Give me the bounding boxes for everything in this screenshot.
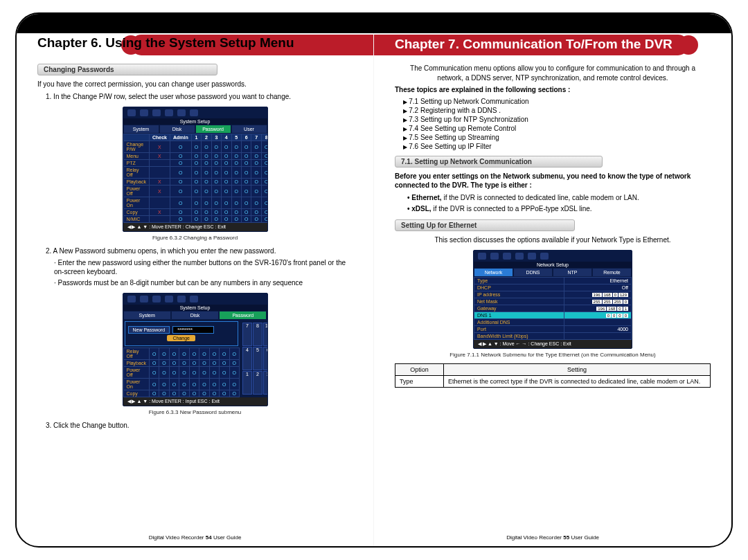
topic-item: 7.4 See Setting up Remote Control xyxy=(403,125,711,132)
dvr-tab-ntp: NTP xyxy=(553,268,592,277)
dvr-footer-hint: ◀ ▶ ▲ ▼ : Move ENTER : Input ESC : Exit xyxy=(123,397,267,406)
page-left: Chapter 6. Using the System Setup Menu C… xyxy=(17,14,374,546)
section-7-1-intro: Before you enter settings on the Network… xyxy=(395,172,711,190)
page-footer-right: Digital Video Recorder 55 User Guide xyxy=(374,534,731,541)
dvr-footer-hint: ◀ ▶ ▲ ▼ : Move ENTER : Change ESC : Exit xyxy=(123,223,267,231)
section-heading-ethernet: Setting Up for Ethernet xyxy=(395,219,575,231)
dvr-permission-table: CheckAdmin 123 456 78910 Change P/WXOOOO… xyxy=(123,134,268,223)
figure-6-3-3: System Setup System Disk Password New Pa… xyxy=(37,293,353,408)
setting-cell: Ethernet is the correct type if the DVR … xyxy=(444,376,711,388)
section-heading-changing-passwords: Changing Passwords xyxy=(37,64,217,75)
dvr-tab-disk: Disk xyxy=(171,311,219,320)
dvr-tab-network: Network xyxy=(474,268,513,277)
chapter-tab-left: Chapter 6. Using the System Setup Menu xyxy=(17,35,373,55)
chapter-tab-right: Chapter 7. Communication To/From the DVR xyxy=(374,35,731,55)
bullet-ethernet: Ethernet, if the DVR is connected to ded… xyxy=(407,193,711,203)
dvr-tab-system: System xyxy=(123,311,171,320)
figure-7-1-1: Network Setup Network DDNS NTP Remote Ty… xyxy=(395,250,711,350)
onscreen-keypad: 7810 456 123 xyxy=(240,320,268,397)
dvr-tabs: System Disk Password xyxy=(123,311,267,320)
intro-text: The Communication menu options allow you… xyxy=(395,64,711,82)
dvr-tab-ddns: DDNS xyxy=(513,268,553,277)
dvr-toolbar xyxy=(474,251,632,262)
network-settings-table: TypeEthernet DHCPOff IP address196168012… xyxy=(474,277,632,340)
step-1: 1. In the Change P/W row, select the use… xyxy=(46,92,353,102)
figure-7-1-1-caption: Figure 7.1.1 Network Submenu for the Typ… xyxy=(395,352,711,358)
topic-item: 7.1 Setting up Network Communication xyxy=(403,98,711,105)
option-setting-table: Option Setting Type Ethernet is the corr… xyxy=(395,363,711,388)
chapter-title: Chapter 6. Using the System Setup Menu xyxy=(37,35,294,51)
dvr-tabs: Network DDNS NTP Remote xyxy=(474,268,632,277)
option-col-header: Option xyxy=(395,364,444,376)
new-password-popup: New Password ******** Change xyxy=(125,321,238,346)
figure-6-3-2: System Setup System Disk Password User C… xyxy=(37,107,353,233)
option-cell: Type xyxy=(395,376,444,388)
step-2-sub-2: · Passwords must be an 8-digit number bu… xyxy=(54,278,353,288)
dvr-window-title: Network Setup xyxy=(474,262,632,268)
dvr-toolbar xyxy=(123,293,267,305)
figure-6-3-2-caption: Figure 6.3.2 Changing a Password xyxy=(37,235,353,241)
intro-text: If you have the correct permission, you … xyxy=(37,80,353,89)
ethernet-intro: This section discusses the options avail… xyxy=(395,235,711,245)
step-2-sub-1: · Enter the new password using either th… xyxy=(54,258,353,277)
dvr-tab-user: User xyxy=(231,125,267,134)
dvr-tab-password: Password xyxy=(219,311,267,320)
page-footer-left: Digital Video Recorder 54 User Guide xyxy=(17,534,373,541)
setting-col-header: Setting xyxy=(444,364,711,376)
dvr-window-title: System Setup xyxy=(123,305,267,311)
section-heading-7-1: 7.1. Setting up Network Communication xyxy=(395,156,603,168)
topics-list: 7.1 Setting up Network Communication 7.2… xyxy=(395,98,711,150)
topic-item: 7.2 Registering with a DDNS . xyxy=(403,107,711,114)
figure-6-3-3-caption: Figure 6.3.3 New Password submenu xyxy=(37,409,353,415)
dvr-window-title: System Setup xyxy=(123,118,267,125)
bullet-xdsl: xDSL, if the DVR is connected to a PPPoE… xyxy=(407,204,711,214)
new-password-field: ******** xyxy=(172,326,214,334)
dvr-tab-disk: Disk xyxy=(159,125,195,134)
step-3: 3. Click the Change button. xyxy=(46,421,353,431)
page-right: Chapter 7. Communication To/From the DVR… xyxy=(374,14,731,546)
dvr-tab-remote: Remote xyxy=(592,268,632,277)
dvr-toolbar xyxy=(123,107,267,118)
dvr-tab-password: Password xyxy=(195,125,231,134)
change-button: Change xyxy=(167,335,195,341)
page-spread: Chapter 6. Using the System Setup Menu C… xyxy=(15,12,733,548)
dvr-footer-hint: ◀ ▶ ▲ ▼ : Move ← → : Change ESC : Exit xyxy=(474,340,632,348)
tab-dot-icon xyxy=(679,35,698,55)
new-password-label: New Password xyxy=(128,326,170,334)
step-2: 2. A New Password submenu opens, in whic… xyxy=(46,246,353,256)
dvr-tab-system: System xyxy=(123,125,159,134)
topics-lead: These topics are explained in the follow… xyxy=(395,85,711,95)
topic-item: 7.5 See Setting up Streaming xyxy=(403,134,711,141)
topic-item: 7.3 Setting up for NTP Synchronization xyxy=(403,116,711,123)
topic-item: 7.6 See Setting up IP Filter xyxy=(403,143,711,150)
dvr-tabs: System Disk Password User xyxy=(123,125,267,134)
chapter-title: Chapter 7. Communication To/From the DVR xyxy=(395,37,673,52)
